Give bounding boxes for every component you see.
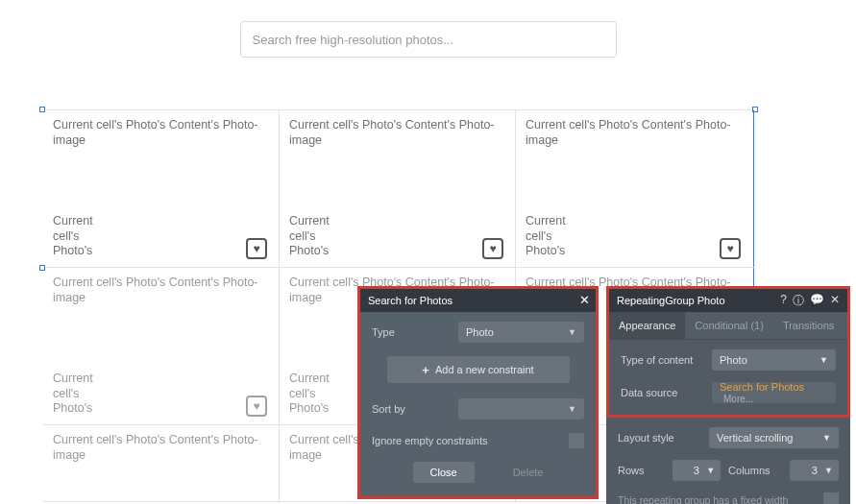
data-source-field[interactable]: Search for Photos More... (712, 382, 836, 403)
cell-bottom-expr: Current cell's Photo's (53, 372, 110, 417)
rows-value: 3 (694, 465, 699, 476)
repeatinggroup-inspector: RepeatingGroup Photo ? ⓘ 💬 ✕ Appearance … (606, 286, 850, 504)
cell-image-expr: Current cell's Photo's Content's Photo-i… (53, 276, 269, 305)
cell-bottom-expr: Current cell's Photo's (289, 372, 347, 417)
cell-bottom-expr: Current cell's Photo's (526, 214, 583, 259)
grid-cell[interactable]: Current cell's Photo's Content's Photo-i… (280, 110, 516, 267)
cell-image-expr: Current cell's Photo's Content's Photo-i… (526, 118, 743, 148)
grid-cell[interactable]: Current cell's Photo's Content's Photo-i… (43, 110, 280, 267)
plus-icon: + (422, 363, 429, 377)
data-source-more[interactable]: More... (723, 394, 753, 404)
help-icon[interactable]: ? (780, 293, 787, 309)
popup-header: Search for Photos ✕ (360, 289, 596, 312)
chevron-down-icon: ▼ (819, 355, 828, 365)
popup-title: Search for Photos (368, 295, 452, 306)
tab-transitions[interactable]: Transitions (773, 312, 844, 339)
heart-icon[interactable]: ♥ (720, 238, 741, 259)
cell-bottom-expr: Current cell's Photo's (53, 214, 110, 259)
close-icon[interactable]: ✕ (579, 293, 590, 307)
delete-button[interactable]: Delete (513, 467, 544, 478)
chevron-down-icon: ▼ (706, 466, 715, 475)
search-input[interactable] (240, 21, 617, 58)
type-of-content-value: Photo (720, 354, 747, 366)
cell-image-expr: Current cell's Photo's Content's Photo-i… (53, 433, 269, 463)
layout-style-value: Vertical scrolling (717, 432, 793, 444)
type-value: Photo (466, 326, 494, 338)
cell-image-expr: Current cell's Photo's Content's Photo-i… (289, 118, 505, 148)
columns-label: Columns (728, 465, 782, 476)
type-select[interactable]: Photo ▼ (458, 322, 584, 343)
cell-bottom-expr: Current cell's Photo's (289, 214, 347, 259)
heart-icon[interactable]: ♥ (246, 238, 267, 259)
tab-appearance[interactable]: Appearance (609, 312, 685, 339)
type-of-content-select[interactable]: Photo ▼ (712, 349, 836, 371)
columns-value: 3 (812, 465, 818, 476)
rows-label: Rows (618, 465, 665, 476)
ignore-checkbox[interactable] (569, 433, 584, 448)
info-icon[interactable]: ⓘ (793, 293, 804, 309)
heart-icon[interactable]: ♥ (246, 396, 267, 417)
grid-cell[interactable]: Current cell's Photo's Content's Photo-i… (516, 110, 752, 267)
data-source-value: Search for Photos (720, 381, 804, 393)
grid-cell[interactable]: Current cell's Photo's Content's Photo-i… (43, 268, 280, 424)
chevron-down-icon: ▼ (824, 466, 833, 475)
close-icon[interactable]: ✕ (830, 293, 840, 309)
search-for-photos-popup: Search for Photos ✕ Type Photo ▼ + Add a… (357, 286, 599, 499)
add-constraint-label: Add a new constraint (435, 364, 534, 375)
chevron-down-icon: ▼ (568, 327, 576, 337)
columns-select[interactable]: 3 ▼ (790, 460, 839, 481)
add-constraint-button[interactable]: + Add a new constraint (387, 356, 570, 383)
heart-icon[interactable]: ♥ (482, 238, 503, 259)
chevron-down-icon: ▼ (568, 404, 576, 414)
close-button[interactable]: Close (413, 462, 475, 483)
type-of-content-label: Type of content (621, 354, 712, 366)
grid-cell[interactable]: Current cell's Photo's Content's Photo-i… (43, 425, 280, 501)
fixed-width-note: This repeating group has a fixed width (618, 494, 788, 504)
ignore-label: Ignore empty constraints (372, 435, 487, 446)
grid-row: Current cell's Photo's Content's Photo-i… (43, 110, 754, 268)
comment-icon[interactable]: 💬 (810, 293, 824, 309)
sort-select[interactable]: ▼ (458, 398, 584, 420)
layout-style-label: Layout style (618, 432, 709, 444)
inspector-tabs: Appearance Conditional (1) Transitions (609, 312, 847, 340)
rows-select[interactable]: 3 ▼ (673, 460, 721, 481)
tab-conditional[interactable]: Conditional (1) (685, 312, 773, 339)
popup-header: RepeatingGroup Photo ? ⓘ 💬 ✕ (609, 289, 847, 312)
type-label: Type (372, 326, 458, 338)
data-source-label: Data source (621, 387, 712, 398)
fixed-width-checkbox[interactable] (823, 492, 839, 504)
chevron-down-icon: ▼ (822, 433, 831, 443)
layout-style-select[interactable]: Vertical scrolling ▼ (709, 427, 839, 448)
cell-image-expr: Current cell's Photo's Content's Photo-i… (53, 118, 269, 148)
sort-label: Sort by (372, 403, 458, 415)
popup-title: RepeatingGroup Photo (617, 295, 725, 306)
